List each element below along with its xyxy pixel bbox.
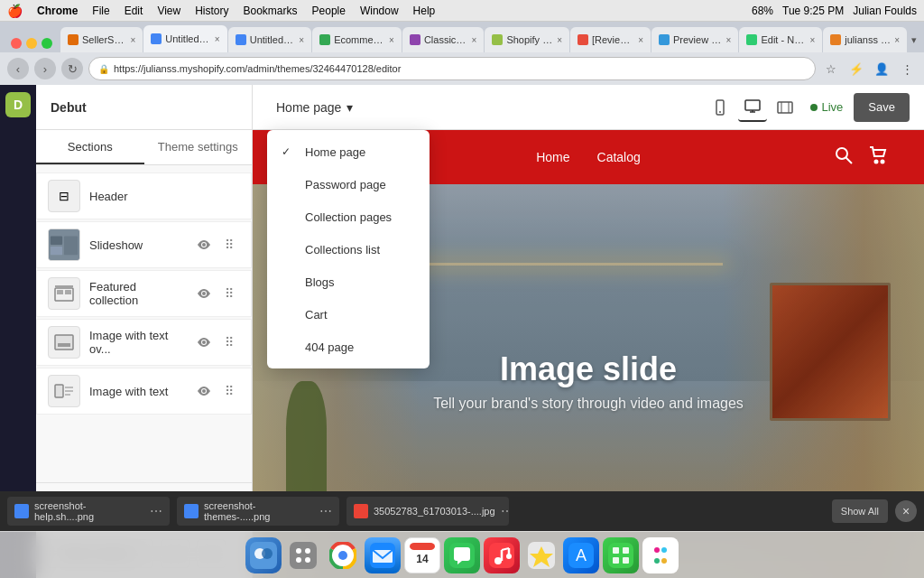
dock-photos[interactable] [523,537,559,573]
tab-close-btn[interactable]: × [894,35,900,45]
dock-appstore[interactable]: A [563,537,599,573]
menu-help[interactable]: Help [413,5,436,17]
cart-icon[interactable] [868,145,888,170]
tab-close-btn[interactable]: × [130,35,135,45]
menu-edit[interactable]: Edit [125,5,143,17]
browser-tab-ecomm[interactable]: Ecommerc... × [312,27,402,52]
hero-title: Image slide [433,350,744,388]
dropdown-item-404[interactable]: ✓ 404 page [267,331,430,363]
file-name-2: screenshot-themes-.....png [204,500,314,522]
minimize-window-btn[interactable] [26,38,37,49]
download-file-1[interactable]: screenshot-help.sh....png ⋯ [7,497,170,526]
dock-finder[interactable] [245,537,282,573]
browser-tab-untitled1[interactable]: Untitled c... × [143,25,226,52]
file-options-2[interactable]: ⋯ [319,504,332,518]
reload-btn[interactable]: ↻ [61,58,83,79]
tab-close-btn[interactable]: × [638,35,643,45]
tab-close-btn[interactable]: × [726,35,732,45]
menu-history[interactable]: History [195,5,228,17]
section-drag-btn-featured[interactable]: ⠿ [218,283,240,304]
shop-nav-home[interactable]: Home [536,150,569,164]
browser-tab-review[interactable]: [Review]... × [570,27,651,52]
viewport-full-btn[interactable] [771,93,799,122]
dock-messages[interactable] [444,537,480,573]
back-btn[interactable]: ‹ [7,58,29,79]
viewport-mobile-btn[interactable] [706,93,735,122]
tab-close-btn[interactable]: × [557,35,562,45]
tab-close-btn[interactable]: × [299,35,304,45]
bookmark-btn[interactable]: ☆ [821,59,841,79]
file-options-1[interactable]: ⋯ [150,504,162,518]
tab-close-btn[interactable]: × [215,34,220,44]
dock-music[interactable] [484,537,520,573]
browser-tab-classic[interactable]: Classic T... × [402,27,485,52]
dropdown-item-cart[interactable]: ✓ Cart [267,298,430,331]
menu-btn[interactable]: ⋮ [897,59,917,79]
section-item-image-text-overlay[interactable]: Image with text ov... ⠿ [36,319,252,366]
menu-people[interactable]: People [312,5,346,17]
menu-window[interactable]: Window [360,5,399,17]
file-options-3[interactable]: ⋯ [501,504,509,518]
profile-btn[interactable]: 👤 [872,59,892,79]
close-download-bar-btn[interactable]: × [895,500,917,522]
svg-point-24 [875,160,878,163]
download-file-2[interactable]: screenshot-themes-.....png ⋯ [177,497,339,526]
tab-favicon [492,34,503,45]
section-visibility-btn-img-ov[interactable] [193,331,215,353]
section-visibility-btn-img-text[interactable] [193,380,215,402]
menu-chrome[interactable]: Chrome [37,5,78,17]
close-window-btn[interactable] [11,38,22,49]
dropdown-item-password[interactable]: ✓ Password page [267,168,430,200]
forward-btn[interactable]: › [34,58,56,79]
section-drag-btn-img-text[interactable]: ⠿ [218,380,240,402]
browser-tab-julian[interactable]: julianss ~... × [823,27,907,52]
shopify-logo[interactable]: D [5,92,31,117]
dropdown-item-blogs[interactable]: ✓ Blogs [267,266,430,298]
extensions-btn[interactable]: ⚡ [846,59,866,79]
svg-rect-52 [613,547,619,554]
search-icon[interactable] [834,145,854,170]
menu-bookmarks[interactable]: Bookmarks [244,5,298,17]
dock-chrome[interactable] [325,537,361,573]
apple-menu-icon[interactable]: 🍎 [7,4,23,18]
dock-numbers[interactable] [603,537,639,573]
shop-nav-catalog[interactable]: Catalog [597,150,641,164]
dock-slack[interactable] [642,537,679,573]
tab-close-btn[interactable]: × [809,35,815,45]
menu-view[interactable]: View [157,5,180,17]
dropdown-item-collections-list[interactable]: ✓ Collections list [267,233,430,266]
dropdown-item-homepage[interactable]: ✓ Home page [267,135,430,168]
maximize-window-btn[interactable] [42,38,52,49]
section-visibility-btn-slideshow[interactable] [193,234,215,256]
page-selector[interactable]: Home page ▾ [267,95,362,120]
dock-mail[interactable] [365,537,401,573]
menu-file[interactable]: File [92,5,109,17]
save-btn[interactable]: Save [854,93,910,122]
address-bar[interactable]: 🔒 https://julianss.myshopify.com/admin/t… [88,57,816,80]
tab-favicon [578,34,588,45]
tab-sections[interactable]: Sections [36,130,144,164]
browser-tab-untitled2[interactable]: Untitled c... × [228,27,311,52]
section-item-slideshow[interactable]: Slideshow ⠿ [36,221,252,268]
dock-calendar[interactable]: 14 [404,537,440,573]
show-all-btn[interactable]: Show All [832,499,888,523]
section-visibility-btn-featured[interactable] [193,283,215,304]
tab-theme-settings[interactable]: Theme settings [144,130,253,164]
tab-close-btn[interactable]: × [472,35,477,45]
browser-tab-edit[interactable]: Edit - Nin... × [739,27,822,52]
browser-tab-sellersm[interactable]: SellerSm... × [60,27,143,52]
section-item-header[interactable]: ⊟ Header [36,172,252,219]
browser-tab-preview[interactable]: Preview C... × [651,27,738,52]
tab-close-btn[interactable]: × [389,35,394,45]
dropdown-item-collection-pages[interactable]: ✓ Collection pages [267,200,430,233]
section-drag-btn-slideshow[interactable]: ⠿ [218,234,240,256]
dock-launchpad[interactable] [285,537,321,573]
browser-tab-shopify[interactable]: Shopify B... × [485,27,569,52]
more-tabs-btn[interactable]: ▾ [908,27,920,52]
section-item-image-text[interactable]: Image with text ⠿ [36,368,252,415]
viewport-desktop-btn[interactable] [738,93,767,122]
svg-rect-2 [51,247,62,255]
section-drag-btn-img-ov[interactable]: ⠿ [218,331,240,353]
download-file-3[interactable]: 35052783_61703013-....jpg ⋯ [346,497,509,526]
section-item-featured-collection[interactable]: Featured collection ⠿ [36,270,252,317]
